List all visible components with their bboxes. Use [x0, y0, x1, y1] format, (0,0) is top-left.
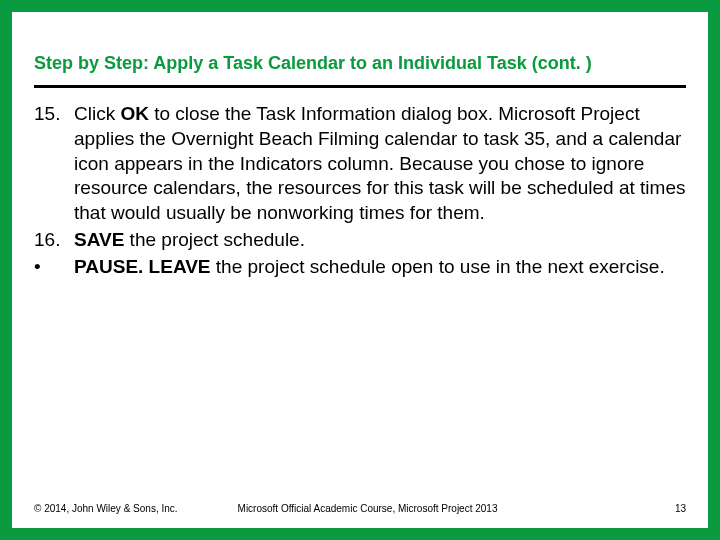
footer-copyright: © 2014, John Wiley & Sons, Inc.: [34, 503, 178, 514]
footer: © 2014, John Wiley & Sons, Inc. Microsof…: [34, 503, 686, 514]
text-run: to close the Task Information dialog box…: [74, 103, 685, 223]
text-run: the project schedule open to use in the …: [211, 256, 665, 277]
text-bold: PAUSE. LEAVE: [74, 256, 211, 277]
item-number: 15.: [34, 102, 74, 225]
text-bold: SAVE: [74, 229, 124, 250]
text-run: Click: [74, 103, 120, 124]
list-item: 15. Click OK to close the Task Informati…: [34, 102, 686, 225]
title-rule: [34, 85, 686, 88]
slide-frame: Step by Step: Apply a Task Calendar to a…: [0, 0, 720, 540]
list-item: 16. SAVE the project schedule.: [34, 228, 686, 253]
item-number: 16.: [34, 228, 74, 253]
item-text: PAUSE. LEAVE the project schedule open t…: [74, 255, 686, 280]
item-text: Click OK to close the Task Information d…: [74, 102, 686, 225]
body-content: 15. Click OK to close the Task Informati…: [34, 102, 686, 279]
footer-course: Microsoft Official Academic Course, Micr…: [178, 503, 675, 514]
text-bold: OK: [120, 103, 149, 124]
slide-inner: Step by Step: Apply a Task Calendar to a…: [12, 12, 708, 279]
text-run: the project schedule.: [124, 229, 305, 250]
slide-title: Step by Step: Apply a Task Calendar to a…: [34, 52, 686, 85]
item-text: SAVE the project schedule.: [74, 228, 686, 253]
item-bullet: •: [34, 255, 74, 280]
list-item: • PAUSE. LEAVE the project schedule open…: [34, 255, 686, 280]
footer-page-number: 13: [675, 503, 686, 514]
